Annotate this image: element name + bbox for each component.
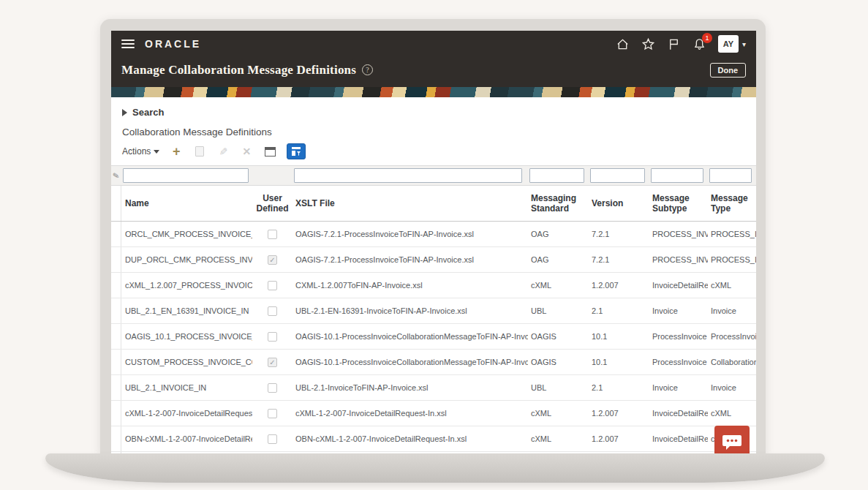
- page-title: Manage Collaboration Message Definitions: [121, 63, 356, 78]
- cell-name: ORCL_CMK_PROCESS_INVOICE_002: [121, 222, 252, 246]
- cell-message-subtype: InvoiceDetailRe...: [649, 426, 708, 451]
- cell-message-subtype: ProcessInvoice: [649, 324, 708, 349]
- cell-version: 2.1: [589, 298, 649, 323]
- add-icon[interactable]: +: [170, 145, 183, 158]
- cell-message-subtype: ProcessInvoice: [649, 350, 708, 374]
- bell-notifications-icon[interactable]: 1: [692, 37, 706, 51]
- cell-message-type: cXML: [708, 401, 756, 426]
- cell-name: DUP_ORCL_CMK_PROCESS_INVOICE...: [121, 247, 252, 272]
- avatar[interactable]: AY: [718, 35, 739, 53]
- table-row[interactable]: cXML_1.2.007_PROCESS_INVOICE_IN CXML-1.2…: [111, 273, 756, 298]
- cell-name: UBL_2.1_EN_16391_INVOICE_IN: [121, 298, 252, 323]
- user-defined-checkbox[interactable]: [268, 383, 277, 393]
- user-defined-checkbox[interactable]: [268, 281, 277, 290]
- cell-xslt-file: OAGIS-10.1-ProcessInvoiceCollaborationMe…: [293, 324, 528, 349]
- cell-name: cXML-1-2-007-InvoiceDetailRequest-In: [121, 401, 252, 426]
- table-toolbar: Actions + ✎ ✕: [111, 139, 756, 165]
- column-header-message-type[interactable]: Message Type: [708, 186, 756, 221]
- cell-version: 1.2.007: [589, 401, 649, 426]
- table-row[interactable]: OBN-cXML-1-2-007-InvoiceDetailReques... …: [111, 426, 756, 452]
- edit-pencil-icon[interactable]: ✎: [216, 145, 230, 158]
- hamburger-menu-icon[interactable]: [121, 39, 135, 48]
- column-header-user-defined[interactable]: User Defined: [252, 186, 293, 221]
- cell-version: 1.2.007: [589, 273, 649, 298]
- table-row[interactable]: ORCL_CMK_PROCESS_INVOICE_002 OAGIS-7.2.1…: [111, 222, 756, 247]
- filter-row: ✎: [111, 165, 756, 186]
- cell-message-subtype: Invoice: [649, 375, 708, 400]
- table-row[interactable]: DUP_ORCL_CMK_PROCESS_INVOICE... ✓ OAGIS-…: [111, 247, 756, 273]
- cell-message-subtype: InvoiceDetailRe...: [649, 401, 708, 426]
- cell-name: CUSTOM_PROCESS_INVOICE_COLLA...: [121, 350, 252, 374]
- user-defined-checkbox[interactable]: [268, 306, 277, 316]
- cell-messaging-standard: OAG: [528, 247, 589, 272]
- filter-input-version[interactable]: [590, 168, 645, 183]
- cell-version: 7.2.1: [589, 222, 649, 246]
- filter-input-message-type[interactable]: [709, 168, 752, 183]
- table-row[interactable]: OAGIS_10.1_PROCESS_INVOICE_IN OAGIS-10.1…: [111, 324, 756, 350]
- user-defined-checkbox[interactable]: [268, 434, 277, 444]
- table-row[interactable]: UBL_2.1_EN_16391_INVOICE_IN UBL-2.1-EN-1…: [111, 298, 756, 324]
- column-header-xslt-file[interactable]: XSLT File: [293, 186, 528, 221]
- search-expander[interactable]: Search: [111, 104, 756, 121]
- cell-messaging-standard: UBL: [528, 375, 589, 400]
- filter-input-name[interactable]: [123, 168, 249, 183]
- actions-menu-button[interactable]: Actions: [122, 146, 159, 157]
- column-header-name[interactable]: Name: [121, 186, 252, 221]
- section-heading: Collaboration Message Definitions: [111, 121, 756, 139]
- column-header-version[interactable]: Version: [589, 186, 649, 221]
- cell-messaging-standard: cXML: [528, 401, 589, 426]
- cell-xslt-file: OAGIS-7.2.1-ProcessInvoiceToFIN-AP-Invoi…: [293, 247, 528, 272]
- filter-input-messaging-standard[interactable]: [529, 168, 584, 183]
- search-label: Search: [132, 107, 164, 118]
- cell-messaging-standard: OAG: [528, 222, 589, 246]
- cell-messaging-standard: OAGIS: [528, 324, 589, 349]
- user-menu[interactable]: AY ▾: [718, 35, 746, 53]
- cell-message-type: PROCESS_INV...: [708, 247, 756, 272]
- cell-xslt-file: OAGIS-10.1-ProcessInvoiceCollaborationMe…: [293, 350, 528, 374]
- cell-version: 10.1: [589, 350, 649, 374]
- column-header-message-subtype[interactable]: Message Subtype: [649, 186, 708, 221]
- cell-version: 1.2.007: [589, 426, 649, 451]
- home-icon[interactable]: [616, 37, 630, 51]
- cell-version: 2.1: [589, 375, 649, 400]
- speech-bubble-icon: [721, 433, 743, 453]
- cell-name: OBN-cXML-1-2-007-InvoiceDetailReques...: [121, 426, 252, 451]
- cell-messaging-standard: OAGIS: [528, 350, 589, 374]
- column-header-messaging-standard[interactable]: Messaging Standard: [528, 186, 589, 221]
- expand-triangle-icon: [122, 109, 127, 116]
- laptop-base: [45, 453, 825, 483]
- flag-announcements-icon[interactable]: [667, 37, 681, 51]
- detach-icon[interactable]: [263, 145, 276, 158]
- cell-name: UBL_2.1_INVOICE_IN: [121, 375, 252, 400]
- table-row[interactable]: cXML-1-2-007-InvoiceDetailRequest-In cXM…: [111, 401, 756, 426]
- done-button[interactable]: Done: [710, 63, 747, 78]
- cell-name: cXML_1.2.007_PROCESS_INVOICE_IN: [121, 273, 252, 298]
- cell-messaging-standard: cXML: [528, 426, 589, 451]
- cell-version: 10.1: [589, 324, 649, 349]
- feedback-chat-button[interactable]: [714, 426, 750, 453]
- filter-input-xslt-file[interactable]: [294, 168, 522, 183]
- notification-badge: 1: [702, 33, 712, 43]
- user-defined-checkbox[interactable]: [268, 409, 277, 418]
- favorites-star-icon[interactable]: [641, 37, 655, 51]
- cell-message-subtype: PROCESS_INV...: [649, 247, 708, 272]
- cell-message-subtype: Invoice: [649, 298, 708, 323]
- cell-xslt-file: UBL-2.1-InvoiceToFIN-AP-Invoice.xsl: [293, 375, 528, 400]
- cell-xslt-file: CXML-1.2.007ToFIN-AP-Invoice.xsl: [293, 273, 528, 298]
- user-defined-checkbox[interactable]: [268, 332, 277, 342]
- user-defined-checkbox[interactable]: ✓: [268, 358, 277, 367]
- user-defined-checkbox[interactable]: [268, 230, 277, 239]
- user-defined-checkbox[interactable]: ✓: [268, 255, 277, 265]
- table-row[interactable]: CUSTOM_PROCESS_INVOICE_COLLA... ✓ OAGIS-…: [111, 350, 756, 375]
- duplicate-icon[interactable]: [193, 145, 206, 158]
- cell-message-subtype: PROCESS_INV...: [649, 222, 708, 246]
- query-by-example-filter-button[interactable]: [287, 143, 306, 159]
- actions-label: Actions: [122, 146, 151, 157]
- cell-xslt-file: UBL-2.1-EN-16391-InvoiceToFIN-AP-Invoice…: [293, 298, 528, 323]
- table-row[interactable]: UBL_2.1_INVOICE_IN UBL-2.1-InvoiceToFIN-…: [111, 375, 756, 401]
- cell-message-type: cXML: [708, 273, 756, 298]
- help-icon[interactable]: ?: [362, 64, 373, 75]
- page-title-bar: Manage Collaboration Message Definitions…: [111, 57, 756, 87]
- filter-input-message-subtype[interactable]: [651, 168, 703, 183]
- delete-icon[interactable]: ✕: [240, 145, 253, 158]
